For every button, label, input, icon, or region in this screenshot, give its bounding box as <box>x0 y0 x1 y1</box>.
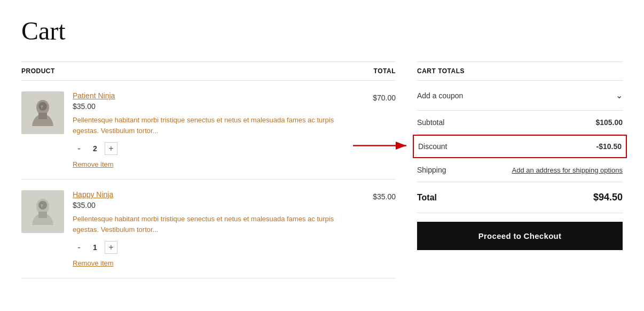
product-name-1[interactable]: Patient Ninja <box>73 91 350 100</box>
quantity-control-1: - 2 + <box>73 142 350 155</box>
shipping-options-link[interactable]: Add an address for shipping options <box>512 166 623 174</box>
product-details-2: Happy Ninja $35.00 Pellentesque habitant… <box>73 190 350 267</box>
product-total-1: $70.00 <box>358 91 396 102</box>
product-column-header: PRODUCT <box>21 67 55 75</box>
discount-label: Discount <box>418 142 447 151</box>
product-description-1: Pellentesque habitant morbi tristique se… <box>73 115 350 136</box>
quantity-value-1: 2 <box>90 144 100 153</box>
total-label: Total <box>417 193 437 203</box>
shipping-label: Shipping <box>417 166 446 174</box>
svg-text:T: T <box>41 105 43 110</box>
subtotal-label: Subtotal <box>417 118 444 127</box>
proceed-to-checkout-button[interactable]: Proceed to Checkout <box>417 222 623 250</box>
product-image-1: T <box>21 91 64 134</box>
total-value: $94.50 <box>593 192 623 203</box>
shipping-row: Shipping Add an address for shipping opt… <box>417 158 623 182</box>
product-details-1: Patient Ninja $35.00 Pellentesque habita… <box>73 91 350 168</box>
remove-item-1[interactable]: Remove item <box>73 160 350 168</box>
product-name-2[interactable]: Happy Ninja <box>73 190 350 199</box>
cart-totals-section: CART TOTALS Add a coupon ⌄ Subtotal $105… <box>417 61 623 278</box>
cart-table-header: PRODUCT TOTAL <box>21 61 396 81</box>
table-row: T Patient Ninja $35.00 Pellentesque habi… <box>21 81 396 180</box>
product-total-2: $35.00 <box>358 190 396 201</box>
cart-totals-header: CART TOTALS <box>417 61 623 81</box>
add-coupon-row[interactable]: Add a coupon ⌄ <box>417 81 623 111</box>
product-description-2: Pellentesque habitant morbi tristique se… <box>73 214 350 235</box>
svg-rect-5 <box>38 212 47 218</box>
subtotal-row: Subtotal $105.00 <box>417 111 623 135</box>
annotation-arrow <box>353 138 412 156</box>
quantity-value-2: 1 <box>90 243 100 252</box>
coupon-label: Add a coupon <box>417 91 463 100</box>
quantity-increase-1[interactable]: + <box>105 142 117 155</box>
svg-text:T: T <box>41 204 43 208</box>
remove-item-2[interactable]: Remove item <box>73 259 350 267</box>
table-row: T Happy Ninja $35.00 Pellentesque habita… <box>21 180 396 278</box>
page-title: Cart <box>21 16 623 45</box>
quantity-increase-2[interactable]: + <box>105 241 117 254</box>
total-row: Total $94.50 <box>417 182 623 213</box>
cart-items-section: PRODUCT TOTAL T Patient Ninja $35.00 <box>21 61 396 278</box>
subtotal-value: $105.00 <box>595 118 623 127</box>
quantity-decrease-2[interactable]: - <box>73 241 85 254</box>
chevron-down-icon: ⌄ <box>616 90 623 100</box>
quantity-control-2: - 1 + <box>73 241 350 254</box>
product-price-1: $35.00 <box>73 102 350 111</box>
discount-row: Discount -$10.50 <box>413 135 627 158</box>
quantity-decrease-1[interactable]: - <box>73 142 85 155</box>
total-column-header: TOTAL <box>374 67 396 75</box>
product-price-2: $35.00 <box>73 201 350 209</box>
discount-value: -$10.50 <box>596 142 622 151</box>
discount-row-container: Discount -$10.50 <box>417 135 623 158</box>
product-image-2: T <box>21 190 64 233</box>
svg-rect-1 <box>38 113 47 119</box>
